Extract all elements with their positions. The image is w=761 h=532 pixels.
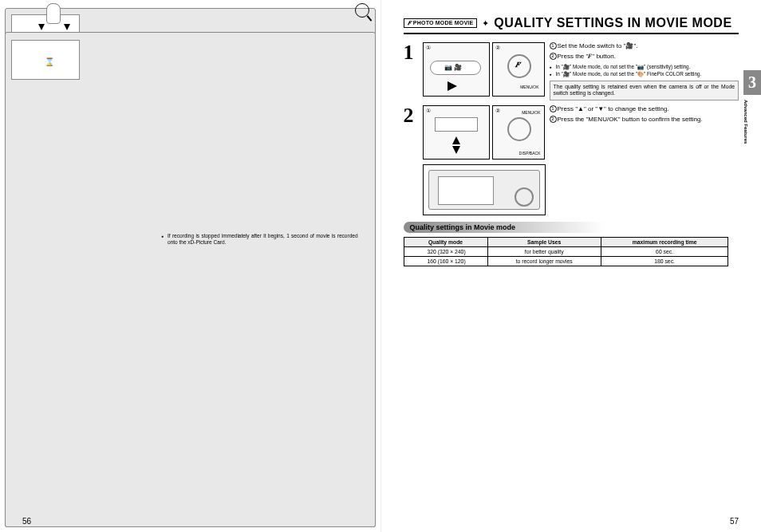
page-number: 56 <box>22 517 31 526</box>
table-row: 320 (320 × 240)for better quality60 sec. <box>404 247 728 257</box>
step2-figure-a: ① <box>423 105 490 160</box>
step2-figure-b: ② MENU/OK DISP/BACK <box>492 105 545 160</box>
page-number: 57 <box>730 517 739 526</box>
step1-callout: The quality setting is retained even whe… <box>550 81 739 101</box>
step1-figure-b: ② 𝑭 MENU/OK <box>492 42 545 97</box>
mode-tag: 𝑭 PHOTO MODE MOVIE <box>404 18 478 28</box>
right-header: 𝑭 PHOTO MODE MOVIE ✦ QUALITY SETTINGS IN… <box>404 16 739 34</box>
step1-figure-a: ① 📷 🎥 <box>423 42 490 97</box>
quality-table: Quality mode Sample Uses maximum recordi… <box>404 237 729 266</box>
page-57: 𝑭 PHOTO MODE MOVIE ✦ QUALITY SETTINGS IN… <box>381 0 762 532</box>
step1-instructions: Set the Mode switch to "🎥". Press the "𝑭… <box>550 42 739 61</box>
quality-menu-figure <box>423 164 546 215</box>
chapter-number: 3 <box>743 70 761 95</box>
hourglass-icon: ⌛ <box>45 57 54 66</box>
chapter-tab: 3 Advanced Features <box>743 70 761 148</box>
right-step-1: 1 ① 📷 🎥 ② 𝑭 MENU/OK Set the Mode switc <box>404 42 739 100</box>
step-6-notes: If recording is stopped immediately afte… <box>161 233 358 246</box>
right-subhead: Quality settings in Movie mode <box>404 222 739 233</box>
step-6-figure: ⌛ <box>45 183 155 279</box>
page-56: MOVIE MODE 🎥 RECORDING MOVIES 4 Press th… <box>0 0 381 532</box>
table-row: 160 (160 × 120)to record longer movies18… <box>404 257 728 266</box>
camera-icon: 📷 🎥 <box>444 64 462 71</box>
right-title: QUALITY SETTINGS IN MOVIE MODE <box>494 16 731 30</box>
step1-notes: In "🎥" Movie mode, do not set the "📷" (s… <box>550 64 739 77</box>
right-step-2: 2 ① ② MENU/OK DISP/BACK Press "▲" or "▼" <box>404 105 739 160</box>
quality-icon: ✦ <box>482 18 489 29</box>
step-6: 6 ⌛ Press the shutter button during reco… <box>22 183 358 279</box>
step-number: 1 <box>404 42 418 100</box>
chapter-label: Advanced Features <box>743 95 748 148</box>
step2-instructions: Press "▲" or "▼" to change the setting. … <box>550 105 739 124</box>
step-number: 2 <box>404 105 418 160</box>
